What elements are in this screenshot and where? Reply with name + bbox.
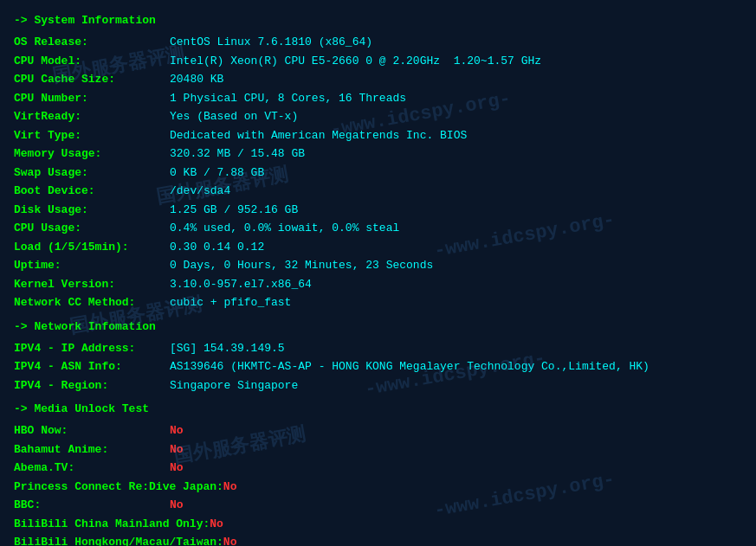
kernel-value: 3.10.0-957.el7.x86_64 bbox=[170, 276, 312, 293]
virtready-label: VirtReady: bbox=[14, 108, 170, 125]
os-release-label: OS Release: bbox=[14, 34, 170, 51]
bahamut-status: No bbox=[170, 441, 184, 459]
system-row-boot: Boot Device: /dev/sda4 bbox=[14, 183, 742, 200]
asn-value: AS139646 (HKMTC-AS-AP - HONG KONG Megala… bbox=[170, 358, 649, 376]
media-row-bbc: BBC: No bbox=[14, 497, 742, 514]
bilibili-hk-status: No bbox=[223, 534, 237, 546]
system-row-virtready: VirtReady: Yes (Based on VT-x) bbox=[14, 108, 742, 125]
disk-label: Disk Usage: bbox=[14, 202, 170, 219]
system-header: -> System Information bbox=[14, 14, 742, 27]
uptime-label: Uptime: bbox=[14, 257, 170, 274]
bbc-status: No bbox=[170, 497, 184, 514]
hbo-label: HBO Now: bbox=[14, 422, 170, 440]
media-section: -> Media Unlock Test HBO Now: No Bahamut… bbox=[14, 402, 742, 546]
cpu-usage-value: 0.4% used, 0.0% iowait, 0.0% steal bbox=[170, 220, 399, 237]
region-value: Singapore Singapore bbox=[170, 377, 298, 395]
uptime-value: 0 Days, 0 Hours, 32 Minutes, 23 Seconds bbox=[170, 257, 433, 274]
media-row-bilibili-china: BiliBili China Mainland Only: No bbox=[14, 516, 742, 533]
boot-value: /dev/sda4 bbox=[170, 183, 230, 200]
system-row-uptime: Uptime: 0 Days, 0 Hours, 32 Minutes, 23 … bbox=[14, 257, 742, 274]
ip-address-value: [SG] 154.39.149.5 bbox=[170, 340, 285, 357]
abema-label: Abema.TV: bbox=[14, 459, 170, 477]
bbc-label: BBC: bbox=[14, 497, 170, 514]
region-label: IPV4 - Region: bbox=[14, 377, 170, 395]
virt-type-value: Dedicated with American Megatrends Inc. … bbox=[170, 127, 467, 145]
system-row-cpu-cache: CPU Cache Size: 20480 KB bbox=[14, 71, 742, 88]
network-row-asn: IPV4 - ASN Info: AS139646 (HKMTC-AS-AP -… bbox=[14, 358, 742, 376]
media-row-abema: Abema.TV: No bbox=[14, 459, 742, 477]
abema-status: No bbox=[170, 459, 184, 477]
virtready-value: Yes (Based on VT-x) bbox=[170, 108, 298, 125]
system-row-disk: Disk Usage: 1.25 GB / 952.16 GB bbox=[14, 202, 742, 219]
media-row-bahamut: Bahamut Anime: No bbox=[14, 441, 742, 459]
cpu-number-value: 1 Physical CPU, 8 Cores, 16 Threads bbox=[170, 90, 406, 107]
os-release-value: CentOS Linux 7.6.1810 (x86_64) bbox=[170, 34, 372, 51]
bahamut-label: Bahamut Anime: bbox=[14, 441, 170, 459]
media-row-hbo: HBO Now: No bbox=[14, 422, 742, 440]
network-header: -> Network Infomation bbox=[14, 320, 742, 333]
memory-label: Memory Usage: bbox=[14, 145, 170, 163]
disk-value: 1.25 GB / 952.16 GB bbox=[170, 202, 298, 219]
cpu-cache-value: 20480 KB bbox=[170, 71, 223, 88]
network-cc-value: cubic + pfifo_fast bbox=[170, 294, 291, 312]
cpu-model-label: CPU Model: bbox=[14, 53, 170, 70]
bilibili-china-label: BiliBili China Mainland Only: bbox=[14, 516, 210, 533]
bilibili-hk-label: BiliBili Hongkong/Macau/Taiwan: bbox=[14, 534, 223, 546]
media-header: -> Media Unlock Test bbox=[14, 402, 742, 415]
hbo-status: No bbox=[170, 422, 184, 440]
load-value: 0.30 0.14 0.12 bbox=[170, 239, 264, 256]
system-row-memory: Memory Usage: 320.32 MB / 15.48 GB bbox=[14, 145, 742, 163]
load-label: Load (1/5/15min): bbox=[14, 239, 170, 256]
cpu-number-label: CPU Number: bbox=[14, 90, 170, 107]
swap-label: Swap Usage: bbox=[14, 164, 170, 182]
virt-type-label: Virt Type: bbox=[14, 127, 170, 145]
ip-address-label: IPV4 - IP Address: bbox=[14, 340, 170, 357]
bilibili-china-status: No bbox=[210, 516, 223, 533]
boot-label: Boot Device: bbox=[14, 183, 170, 200]
network-section: -> Network Infomation IPV4 - IP Address:… bbox=[14, 320, 742, 395]
system-row-virt-type: Virt Type: Dedicated with American Megat… bbox=[14, 127, 742, 145]
princess-label: Princess Connect Re:Dive Japan: bbox=[14, 479, 223, 496]
memory-value: 320.32 MB / 15.48 GB bbox=[170, 145, 305, 163]
cpu-usage-label: CPU Usage: bbox=[14, 220, 170, 237]
system-row-cpu-number: CPU Number: 1 Physical CPU, 8 Cores, 16 … bbox=[14, 90, 742, 107]
system-row-cpu-model: CPU Model: Intel(R) Xeon(R) CPU E5-2660 … bbox=[14, 53, 742, 70]
network-cc-label: Network CC Method: bbox=[14, 294, 170, 312]
system-row-kernel: Kernel Version: 3.10.0-957.el7.x86_64 bbox=[14, 276, 742, 293]
media-row-princess: Princess Connect Re:Dive Japan: No bbox=[14, 479, 742, 496]
asn-label: IPV4 - ASN Info: bbox=[14, 358, 170, 376]
cpu-cache-label: CPU Cache Size: bbox=[14, 71, 170, 88]
princess-status: No bbox=[223, 479, 237, 496]
system-section: -> System Information OS Release: CentOS… bbox=[14, 14, 742, 312]
system-row-network-cc: Network CC Method: cubic + pfifo_fast bbox=[14, 294, 742, 312]
media-row-bilibili-hk: BiliBili Hongkong/Macau/Taiwan: No bbox=[14, 534, 742, 546]
swap-value: 0 KB / 7.88 GB bbox=[170, 164, 264, 182]
kernel-label: Kernel Version: bbox=[14, 276, 170, 293]
system-row-os: OS Release: CentOS Linux 7.6.1810 (x86_6… bbox=[14, 34, 742, 51]
system-row-cpu-usage: CPU Usage: 0.4% used, 0.0% iowait, 0.0% … bbox=[14, 220, 742, 237]
system-row-swap: Swap Usage: 0 KB / 7.88 GB bbox=[14, 164, 742, 182]
cpu-model-value: Intel(R) Xeon(R) CPU E5-2660 0 @ 2.20GHz… bbox=[170, 53, 541, 70]
system-row-load: Load (1/5/15min): 0.30 0.14 0.12 bbox=[14, 239, 742, 256]
network-row-ip: IPV4 - IP Address: [SG] 154.39.149.5 bbox=[14, 340, 742, 357]
network-row-region: IPV4 - Region: Singapore Singapore bbox=[14, 377, 742, 395]
